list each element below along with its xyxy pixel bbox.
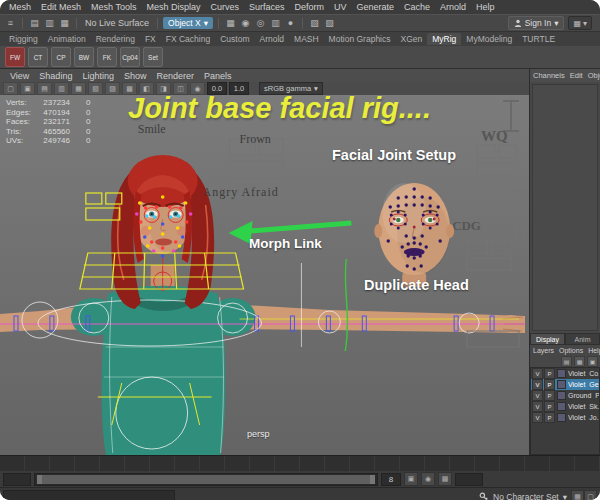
- playback-toggle[interactable]: P: [544, 368, 555, 379]
- tab-channels[interactable]: Channels: [533, 71, 565, 80]
- shelf-button-fw[interactable]: FW: [5, 47, 25, 67]
- new-scene-icon[interactable]: ▤: [28, 17, 41, 30]
- resolution-gate-icon[interactable]: ▨: [105, 82, 120, 95]
- wireframe-mode-icon[interactable]: ◧: [139, 82, 154, 95]
- channel-box-body[interactable]: [532, 84, 598, 331]
- shelf-button-ct[interactable]: CT: [28, 47, 48, 67]
- layer-row[interactable]: V P Ground_Pl...: [531, 390, 599, 401]
- shelf-tab-arnold[interactable]: Arnold: [254, 33, 289, 45]
- menu-cache[interactable]: Cache: [399, 2, 435, 12]
- range-slider-bar[interactable]: [37, 475, 375, 484]
- visibility-toggle[interactable]: V: [532, 401, 543, 412]
- gamma-field[interactable]: 1.0: [229, 82, 249, 95]
- shelf-tab-myrig[interactable]: MyRig: [427, 33, 461, 45]
- gate-mask-icon[interactable]: ▩: [122, 82, 137, 95]
- playback-toggle[interactable]: P: [544, 390, 555, 401]
- menu-mesh-display[interactable]: Mesh Display: [141, 2, 205, 12]
- playback-options-icon[interactable]: ▣: [404, 472, 418, 486]
- menu-help[interactable]: Help: [588, 347, 600, 354]
- make-live-icon[interactable]: ●: [284, 17, 297, 30]
- shelf-button-bw[interactable]: BW: [74, 47, 94, 67]
- new-layer-from-selected-icon[interactable]: ▣: [587, 356, 598, 367]
- menu-mesh-tools[interactable]: Mesh Tools: [86, 2, 141, 12]
- new-empty-layer-icon[interactable]: ▦: [574, 356, 585, 367]
- shelf-tab-mash[interactable]: MASH: [289, 33, 324, 45]
- visibility-toggle[interactable]: V: [532, 412, 543, 423]
- shelf-tab-custom[interactable]: Custom: [215, 33, 254, 45]
- exposure-field[interactable]: 0.0: [207, 82, 227, 95]
- shelf-button-set[interactable]: Set: [143, 47, 163, 67]
- layer-color-swatch[interactable]: [557, 380, 566, 389]
- shelf-button-cp04[interactable]: Cp04: [120, 47, 140, 67]
- tab-object[interactable]: Object: [588, 71, 600, 80]
- bookmark-icon[interactable]: ▣: [20, 82, 35, 95]
- panel-menu-show[interactable]: Show: [119, 71, 152, 81]
- panel-menu-view[interactable]: View: [5, 71, 34, 81]
- shaded-mode-icon[interactable]: ◨: [156, 82, 171, 95]
- layer-color-swatch[interactable]: [557, 391, 566, 400]
- menu-surfaces[interactable]: Surfaces: [244, 2, 290, 12]
- panel-menu-shading[interactable]: Shading: [34, 71, 77, 81]
- panel-menu-lighting[interactable]: Lighting: [77, 71, 119, 81]
- view-transform-dropdown[interactable]: sRGB gamma ▾: [259, 82, 323, 95]
- lights-toggle-icon[interactable]: ◉: [190, 82, 205, 95]
- layer-color-swatch[interactable]: [557, 402, 566, 411]
- time-slider[interactable]: [0, 455, 600, 471]
- shelf-tab-fx-caching[interactable]: FX Caching: [161, 33, 215, 45]
- panel-menu-renderer[interactable]: Renderer: [151, 71, 199, 81]
- shelf-tab-xgen[interactable]: XGen: [396, 33, 428, 45]
- shelf-tab-motion-graphics[interactable]: Motion Graphics: [324, 33, 396, 45]
- image-plane-icon[interactable]: ▤: [37, 82, 52, 95]
- move-layer-up-icon[interactable]: ▤: [561, 356, 572, 367]
- animation-start-field[interactable]: [3, 473, 31, 486]
- visibility-toggle[interactable]: V: [532, 379, 543, 390]
- menu-arnold[interactable]: Arnold: [435, 2, 471, 12]
- layer-row[interactable]: V P Violet_Sk...: [531, 401, 599, 412]
- save-scene-icon[interactable]: ▦: [58, 17, 71, 30]
- shelf-tab-rigging[interactable]: Rigging: [4, 33, 43, 45]
- menu-generate[interactable]: Generate: [352, 2, 400, 12]
- textured-mode-icon[interactable]: ◫: [173, 82, 188, 95]
- animation-end-field[interactable]: [455, 473, 483, 486]
- shelf-button-cp[interactable]: CP: [51, 47, 71, 67]
- panel-menu-panels[interactable]: Panels: [199, 71, 237, 81]
- visibility-toggle[interactable]: V: [532, 390, 543, 401]
- history-icon[interactable]: ▧: [308, 17, 321, 30]
- shelf-tab-rendering[interactable]: Rendering: [91, 33, 140, 45]
- layer-row[interactable]: V P Violet_Ge...: [531, 379, 599, 390]
- menu-help[interactable]: Help: [471, 2, 500, 12]
- shelf-tab-mymodeling[interactable]: MyModeling: [461, 33, 517, 45]
- film-gate-icon[interactable]: ▧: [88, 82, 103, 95]
- menu-options[interactable]: Options: [559, 347, 583, 354]
- layer-color-swatch[interactable]: [557, 413, 566, 422]
- menu-curves[interactable]: Curves: [205, 2, 244, 12]
- menu-deform[interactable]: Deform: [289, 2, 329, 12]
- script-editor-icon[interactable]: ▦: [571, 490, 584, 500]
- playback-toggle[interactable]: P: [544, 401, 555, 412]
- layer-row[interactable]: V P Violet_Co...: [531, 368, 599, 379]
- shelf-tab-turtle[interactable]: TURTLE: [517, 33, 560, 45]
- open-scene-icon[interactable]: ▥: [43, 17, 56, 30]
- shelf-tab-animation[interactable]: Animation: [43, 33, 91, 45]
- range-slider-track[interactable]: [34, 473, 378, 486]
- playback-toggle[interactable]: P: [544, 379, 555, 390]
- snap-to-plane-icon[interactable]: ▥: [269, 17, 282, 30]
- menu-uv[interactable]: UV: [329, 2, 352, 12]
- playback-toggle[interactable]: P: [544, 412, 555, 423]
- shelf-tab-fx[interactable]: FX: [140, 33, 161, 45]
- shelf-button-fk[interactable]: FK: [97, 47, 117, 67]
- construction-history-icon[interactable]: ▨: [323, 17, 336, 30]
- command-line-input[interactable]: [3, 490, 175, 500]
- tab-anim[interactable]: Anim: [565, 333, 600, 345]
- snap-to-curve-icon[interactable]: ◉: [239, 17, 252, 30]
- help-line-icon[interactable]: ▢: [584, 490, 597, 500]
- character-set-menu[interactable]: No Character Set ▾: [479, 492, 571, 500]
- layer-row[interactable]: V P Violet_Jo...: [531, 412, 599, 423]
- camera-attributes-icon[interactable]: ▢: [3, 82, 18, 95]
- symmetry-dropdown[interactable]: Object X ▾: [163, 17, 213, 29]
- workspace-dropdown[interactable]: ▦ ▾: [568, 16, 592, 30]
- sign-in-button[interactable]: Sign In ▾: [508, 16, 565, 30]
- snap-to-grid-icon[interactable]: ▦: [224, 17, 237, 30]
- tab-edit[interactable]: Edit: [570, 71, 583, 80]
- visibility-toggle[interactable]: V: [532, 368, 543, 379]
